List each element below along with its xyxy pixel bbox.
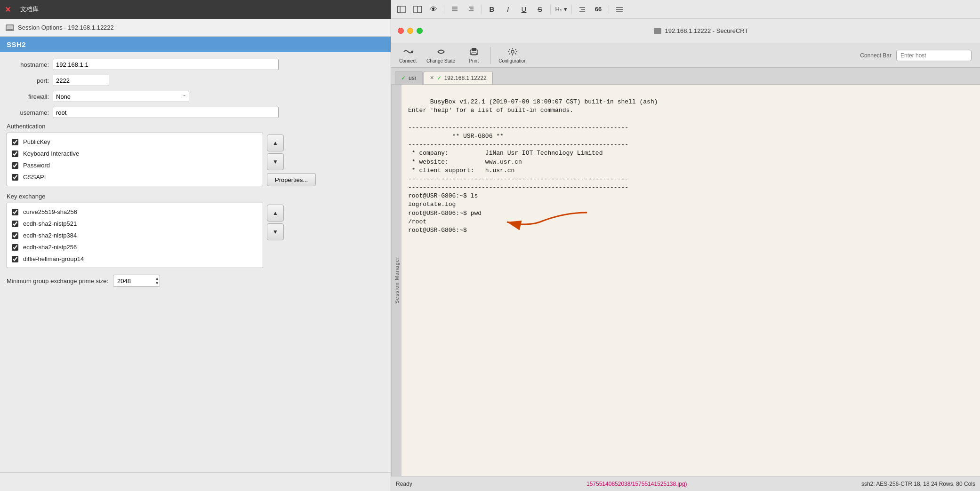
securecrt-panel: 👁 B I U S H₁ ▾ 66 192.1 — [391, 0, 980, 491]
configuration-icon — [507, 48, 518, 57]
bottom-bar — [0, 472, 391, 491]
ssh2-header: SSH2 — [0, 37, 391, 52]
tab-active-check-icon: ✓ — [437, 75, 442, 81]
session-manager-tab[interactable]: Session Manager — [391, 85, 402, 476]
format-toolbar: 👁 B I U S H₁ ▾ 66 — [391, 0, 980, 19]
session-icon — [6, 24, 14, 31]
key-label-ecdh384: ecdh-sha2-nistp384 — [23, 232, 77, 239]
username-label: username: — [7, 109, 49, 116]
doc-library-menu[interactable]: 文档库 — [20, 5, 39, 14]
tab-close-icon[interactable]: ✕ — [430, 75, 434, 81]
auth-move-up-button[interactable]: ▲ — [267, 135, 284, 151]
fmt-sep-4 — [571, 5, 572, 14]
prime-up-icon[interactable]: ▲ — [155, 276, 159, 281]
connect-bar-label: Connect Bar — [860, 52, 892, 59]
change-state-button[interactable]: Change State — [423, 46, 459, 65]
status-path: 15755140852038/15755141525138.jpg) — [422, 481, 852, 487]
align-right-icon[interactable] — [576, 4, 589, 15]
prime-down-icon[interactable]: ▼ — [155, 281, 159, 285]
print-button[interactable]: Print — [461, 46, 487, 65]
terminal-area: Session Manager BusyBox v1.22.1 (2019-07… — [391, 85, 980, 476]
traffic-lights — [398, 28, 423, 34]
firewall-select[interactable]: None — [53, 91, 189, 102]
key-item-ecdh256[interactable]: ecdh-sha2-nistp256 — [7, 241, 263, 253]
svg-point-23 — [511, 50, 514, 53]
sidebar-toggle-icon[interactable] — [395, 4, 408, 15]
tab-active-label: 192.168.1.12222 — [444, 75, 487, 81]
auth-label-gssapi: GSSAPI — [23, 174, 46, 181]
fmt-sep-1 — [444, 5, 444, 14]
auth-item-password[interactable]: Password — [7, 159, 263, 171]
key-move-down-button[interactable]: ▼ — [267, 223, 284, 240]
top-menubar: ✕ 文档库 — [0, 0, 391, 19]
svg-rect-4 — [397, 6, 406, 13]
auth-item-gssapi[interactable]: GSSAPI — [7, 171, 263, 183]
firewall-select-wrapper: None — [53, 91, 189, 102]
key-item-ecdh384[interactable]: ecdh-sha2-nistp384 — [7, 230, 263, 241]
key-checkbox-ecdh384[interactable] — [12, 232, 18, 239]
toolbar-sep — [490, 47, 491, 64]
key-exchange-label: Key exchange — [7, 193, 384, 200]
status-info: ssh2: AES-256-CTR 18, 18 24 Rows, 80 Col… — [861, 481, 975, 487]
auth-list: PublicKey Keyboard Interactive Password … — [7, 133, 263, 186]
eye-icon[interactable]: 👁 — [427, 4, 440, 15]
key-item-curve25519[interactable]: curve25519-sha256 — [7, 206, 263, 218]
connect-button[interactable]: Connect — [395, 46, 421, 65]
number-icon[interactable]: 66 — [592, 4, 605, 15]
minimize-window-button[interactable] — [407, 28, 413, 34]
prime-size-input-wrapper: ▲ ▼ — [113, 275, 160, 287]
italic-icon[interactable]: I — [501, 4, 514, 15]
key-move-up-button[interactable]: ▲ — [267, 205, 284, 222]
maximize-window-button[interactable] — [417, 28, 423, 34]
fmt-sep-3 — [550, 5, 551, 14]
strikethrough-icon[interactable]: S — [533, 4, 546, 15]
username-input[interactable] — [53, 107, 279, 118]
auth-item-keyboard[interactable]: Keyboard Interactive — [7, 148, 263, 159]
heading-icon[interactable]: H₁ ▾ — [554, 4, 568, 15]
key-label-ecdh521: ecdh-sha2-nistp521 — [23, 220, 77, 227]
host-input[interactable] — [896, 50, 972, 61]
port-label: port: — [7, 77, 49, 84]
configuration-label: Configuration — [498, 58, 526, 63]
auth-move-down-button[interactable]: ▼ — [267, 153, 284, 170]
auth-checkbox-password[interactable] — [12, 162, 18, 169]
auth-checkbox-keyboard[interactable] — [12, 150, 18, 157]
key-item-dh14[interactable]: diffie-hellman-group14 — [7, 253, 263, 265]
underline-icon[interactable]: U — [517, 4, 530, 15]
svg-rect-2 — [8, 30, 12, 30]
close-window-button[interactable] — [398, 28, 404, 34]
properties-button[interactable]: Properties... — [267, 173, 316, 186]
bold-icon[interactable]: B — [485, 4, 498, 15]
prime-size-input[interactable] — [113, 275, 160, 287]
hostname-input[interactable] — [53, 59, 279, 70]
auth-checkbox-gssapi[interactable] — [12, 174, 18, 181]
layout-icon[interactable] — [411, 4, 424, 15]
tab-192168112222[interactable]: ✕ ✓ 192.168.1.12222 — [424, 71, 493, 84]
window-title-icon — [654, 28, 661, 34]
key-checkbox-dh14[interactable] — [12, 256, 18, 262]
auth-checkbox-publickey[interactable] — [12, 139, 18, 145]
session-options-panel: ✕ 文档库 Session Options - 192.168.1.12222 … — [0, 0, 391, 491]
tab-bar: ✓ usr ✕ ✓ 192.168.1.12222 — [391, 68, 980, 85]
list-icon[interactable] — [448, 4, 461, 15]
terminal-content[interactable]: BusyBox v1.22.1 (2019-07-09 18:09:07 CST… — [402, 85, 980, 476]
prime-size-label: Minimum group exchange prime size: — [7, 277, 108, 285]
indent-icon[interactable] — [464, 4, 477, 15]
prime-size-spinner: ▲ ▼ — [155, 275, 159, 286]
svg-rect-6 — [418, 6, 422, 13]
svg-rect-1 — [7, 25, 13, 29]
print-icon — [469, 48, 479, 57]
tab-usr-check-icon: ✓ — [401, 75, 406, 81]
key-checkbox-ecdh256[interactable] — [12, 244, 18, 251]
key-item-ecdh521[interactable]: ecdh-sha2-nistp521 — [7, 218, 263, 230]
key-checkbox-curve25519[interactable] — [12, 209, 18, 215]
key-label-curve25519: curve25519-sha256 — [23, 208, 77, 215]
configuration-button[interactable]: Configuration — [495, 46, 530, 65]
key-checkbox-ecdh521[interactable] — [12, 221, 18, 227]
port-input[interactable] — [53, 75, 109, 86]
more-options-icon[interactable] — [613, 4, 626, 15]
auth-item-publickey[interactable]: PublicKey — [7, 136, 263, 148]
arrow-annotation-container — [408, 252, 973, 278]
tab-usr[interactable]: ✓ usr — [395, 71, 423, 84]
auth-label-publickey: PublicKey — [23, 138, 50, 145]
